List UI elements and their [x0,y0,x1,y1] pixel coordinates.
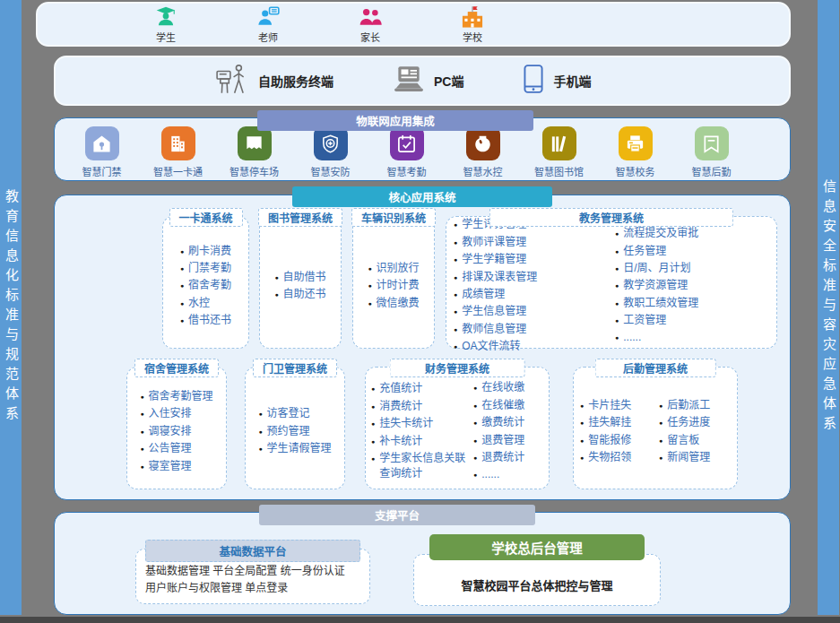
phone-icon [523,64,544,98]
feature-item: ●调寝安排 [140,424,212,439]
system-card: 宿舍管理系统●宿舍考勤管理●入住安排●调寝安排●公告管理●寝室管理 [126,367,227,489]
bullet-icon: ● [258,428,262,439]
bullet-icon: ● [473,454,477,465]
bullet-icon: ● [580,454,584,465]
system-card: 车辆识别系统●识别放行●计时计费●微信缴费 [352,216,435,349]
iot-module-label: 智慧水控 [463,164,503,178]
base-data-platform-title: 基础数据平台 [145,540,360,562]
user-roles-panel: 学生老师家长学校 [36,2,791,47]
user-type-label: 老师 [258,30,278,44]
feature-column: ●识别放行●计时计费●微信缴费 [368,261,419,311]
feature-item: ●智能报修 [580,433,652,448]
bullet-icon: ● [615,247,619,259]
feature-label: 自助借书 [283,270,326,285]
feature-item: ●教师信息管理 [454,322,608,337]
feature-label: 刷卡消费 [188,244,231,259]
school-admin-description: 智慧校园平台总体把控与管理 [414,555,660,593]
feature-item: ●...... [615,330,769,345]
feature-item: ●寝室管理 [140,459,212,474]
iot-module: 智慧水控 [445,126,521,178]
feature-label: 在线收缴 [481,380,524,395]
user-type-item: 学生 [126,5,206,44]
bullet-icon: ● [659,454,662,465]
system-card-body: ●刷卡消费●门禁考勤●宿舍考勤●水控●借书还书 [163,217,248,348]
bullet-icon: ● [473,471,477,482]
feature-column: ●卡片挂失●挂失解挂●智能报修●失物招领 [580,398,652,466]
bullet-icon: ● [371,420,375,431]
iot-module-label: 智慧校务 [616,164,655,178]
bullet-icon: ● [473,437,477,448]
bullet-icon: ● [454,255,457,267]
feature-label: 工资管理 [623,313,666,328]
user-type-item: 家长 [330,5,411,44]
bullet-icon: ● [580,437,584,448]
feature-item: ●识别放行 [368,261,419,276]
bullet-icon: ● [615,281,619,293]
bullet-icon: ● [659,402,662,413]
user-type-label: 家长 [360,30,380,44]
feature-label: 新闻管理 [667,450,710,465]
school-icon [460,5,485,30]
iot-module: 智慧后勤 [673,126,749,178]
feature-label: 任务管理 [623,244,666,259]
user-type-item: 老师 [228,5,308,44]
bullet-icon: ● [615,264,619,276]
iot-module-label: 智慧图书馆 [534,164,584,178]
feature-item: ●宿舍考勤管理 [140,389,212,404]
feature-label: 教师信息管理 [462,322,526,337]
bullet-icon: ● [140,463,143,474]
feature-label: 识别放行 [377,261,420,276]
feature-label: 后勤派工 [667,398,710,413]
feature-item: ●教学资源管理 [615,278,769,293]
iot-module: 智慧门禁 [64,126,140,178]
feature-item: ●充值统计 [371,381,466,396]
feature-column: ●在线收缴●在线催缴●缴费统计●退费管理●退费统计●...... [473,380,543,482]
bullet-icon: ● [615,316,619,328]
feature-item: ●任务管理 [615,244,769,259]
feature-label: 公告管理 [149,441,192,456]
security-shield-icon [314,126,348,160]
feature-label: 流程提交及审批 [623,226,698,241]
logistics-flag-icon [695,126,729,160]
system-card-body: ●访客登记●预约管理●学生请假管理 [246,368,344,489]
system-card-body: ●识别放行●计时计费●微信缴费 [353,217,434,348]
feature-item: ●新闻管理 [659,450,731,465]
iot-module-label: 智慧后勤 [692,164,732,178]
terminal-item: PC端 [393,65,463,97]
user-type-item: 学校 [432,5,513,44]
bullet-icon: ● [580,419,584,430]
bullet-icon: ● [454,325,457,337]
bullet-icon: ● [140,393,143,404]
parents-icon [359,5,383,30]
support-platform-banner: 支撑平台 [259,505,535,525]
platform-capability-line: 基础数据管理 平台全局配置 统一身份认证 [145,563,360,580]
feature-item: ●任务进度 [659,415,731,430]
water-control-icon [466,126,500,160]
feature-item: ●挂失解挂 [580,415,652,430]
feature-column: ●流程提交及审批●任务管理●日/周、月计划●教学资源管理●教职工绩效管理●工资管… [615,226,769,346]
iot-module-label: 智慧考勤 [387,164,427,178]
feature-label: OA文件流转 [462,339,520,354]
bullet-icon: ● [473,419,477,430]
system-card-body: ●卡片挂失●挂失解挂●智能报修●失物招领●后勤派工●任务进度●留言板●新闻管理 [574,368,737,489]
feature-item: ●成绩管理 [454,287,608,302]
bullet-icon: ● [368,281,371,293]
feature-label: 挂失解挂 [588,415,631,430]
feature-item: ●挂失卡统计 [371,416,466,431]
feature-item: ●借书还书 [180,313,231,328]
bullet-icon: ● [615,299,619,311]
feature-item: ●OA文件流转 [454,339,608,354]
bullet-icon: ● [258,445,262,456]
bullet-icon: ● [368,299,371,311]
feature-item: ●在线催缴 [473,398,543,413]
feature-item: ●公告管理 [140,441,212,456]
bullet-icon: ● [274,290,278,302]
feature-label: 调寝安排 [149,424,192,439]
platform-capability-line: 用户账户与权限管理 单点登录 [145,580,360,597]
feature-label: ...... [623,330,641,345]
bullet-icon: ● [580,402,584,413]
user-type-label: 学校 [463,30,482,44]
feature-label: 退费管理 [481,433,524,448]
feature-label: 计时计费 [377,278,420,293]
iot-module: 智慧考勤 [368,126,445,178]
